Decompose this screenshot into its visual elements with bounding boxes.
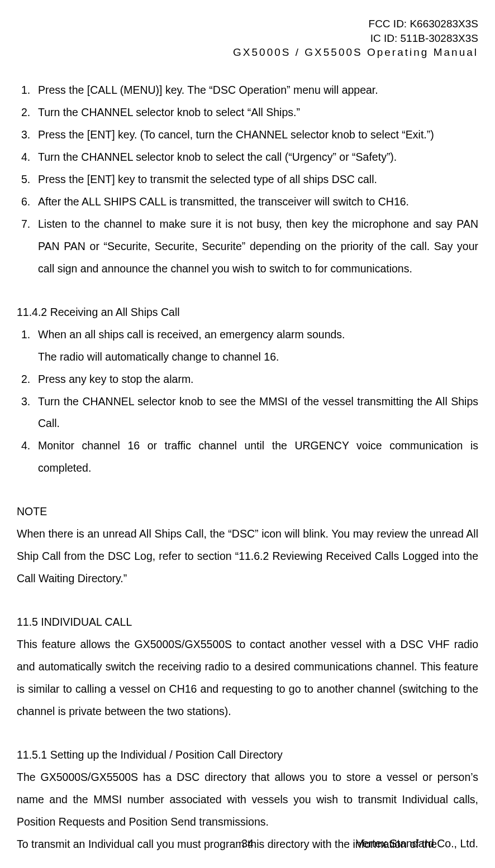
list-text: Turn the CHANNEL selector knob to see th… <box>38 391 478 435</box>
document-header: FCC ID: K6630283X3S IC ID: 511B-30283X3S… <box>17 17 478 60</box>
list-text: Monitor channel 16 or traffic channel un… <box>38 435 478 479</box>
list-number: 4. <box>21 435 38 479</box>
list-number: 6. <box>21 191 38 213</box>
list-item: 7. Listen to the channel to make sure it… <box>21 213 478 280</box>
list-text: Press the [ENT] key. (To cancel, turn th… <box>38 124 478 146</box>
document-body: 1. Press the [CALL (MENU)] key. The “DSC… <box>17 79 478 856</box>
list-number: 4. <box>21 146 38 169</box>
list-number: 7. <box>21 213 38 280</box>
note-heading: NOTE <box>17 501 478 523</box>
list-item: 5. Press the [ENT] key to transmit the s… <box>21 169 478 191</box>
list-number: 2. <box>21 368 38 391</box>
list-number: 2. <box>21 102 38 124</box>
list-text: Press the [ENT] key to transmit the sele… <box>38 169 478 191</box>
list-item: 4. Monitor channel 16 or traffic channel… <box>21 435 478 479</box>
list-text: Press any key to stop the alarm. <box>38 368 478 391</box>
header-product-title: GX5000S / GX5500S Operating Manual <box>17 45 478 60</box>
list-item: 2. Turn the CHANNEL selector knob to sel… <box>21 102 478 124</box>
list-number: 3. <box>21 124 38 146</box>
list-item: 3. Turn the CHANNEL selector knob to see… <box>21 391 478 435</box>
list-text: Turn the CHANNEL selector knob to select… <box>38 146 478 169</box>
section-heading-11-5-1: 11.5.1 Setting up the Individual / Posit… <box>17 744 478 766</box>
header-fcc-id: FCC ID: K6630283X3S <box>17 17 478 31</box>
section-11-5-1-body-1: The GX5000S/GX5500S has a DSC directory … <box>17 766 478 833</box>
list-continuation: The radio will automatically change to c… <box>21 346 478 368</box>
list-item: 1. When an all ships call is received, a… <box>21 324 478 346</box>
section-heading-11-5: 11.5 INDIVIDUAL CALL <box>17 611 478 634</box>
list-number: 1. <box>21 79 38 102</box>
page-number: 34 <box>170 837 324 850</box>
footer-left <box>17 837 170 850</box>
list-item: 3. Press the [ENT] key. (To cancel, turn… <box>21 124 478 146</box>
document-footer: 34 Vertex Standard Co., Ltd. <box>17 837 478 850</box>
footer-company: Vertex Standard Co., Ltd. <box>325 837 478 850</box>
list-item: 4. Turn the CHANNEL selector knob to sel… <box>21 146 478 169</box>
list-text: When an all ships call is received, an e… <box>38 324 478 346</box>
section-heading-11-4-2: 11.4.2 Receiving an All Ships Call <box>17 301 478 324</box>
list-text: Press the [CALL (MENU)] key. The “DSC Op… <box>38 79 478 102</box>
list-text: Turn the CHANNEL selector knob to select… <box>38 102 478 124</box>
procedure-list-a: 1. Press the [CALL (MENU)] key. The “DSC… <box>17 79 478 280</box>
note-body: When there is an unread All Ships Call, … <box>17 523 478 590</box>
procedure-list-b: 1. When an all ships call is received, a… <box>17 324 478 480</box>
list-number: 5. <box>21 169 38 191</box>
list-item: 1. Press the [CALL (MENU)] key. The “DSC… <box>21 79 478 102</box>
list-item: 2. Press any key to stop the alarm. <box>21 368 478 391</box>
list-number: 1. <box>21 324 38 346</box>
list-text: Listen to the channel to make sure it is… <box>38 213 478 280</box>
header-ic-id: IC ID: 511B-30283X3S <box>17 31 478 46</box>
list-item: 6. After the ALL SHIPS CALL is transmitt… <box>21 191 478 213</box>
section-11-5-body: This feature allows the GX5000S/GX5500S … <box>17 634 478 723</box>
list-number: 3. <box>21 391 38 435</box>
list-text: After the ALL SHIPS CALL is transmitted,… <box>38 191 478 213</box>
